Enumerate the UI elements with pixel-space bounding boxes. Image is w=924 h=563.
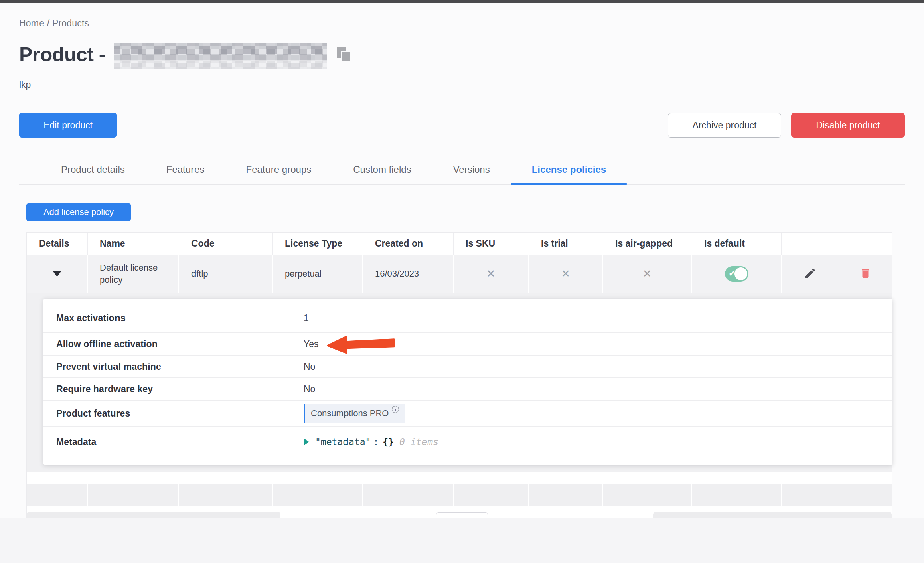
header-name: Name (88, 233, 179, 255)
json-colon: : (373, 437, 379, 447)
breadcrumb-home[interactable]: Home (19, 18, 44, 28)
disable-product-button[interactable]: Disable product (791, 113, 905, 138)
breadcrumb: Home / Products (19, 18, 905, 29)
expanded-row-region: Max activations 1 Allow offline activati… (27, 293, 892, 472)
detail-label: Metadata (56, 437, 304, 448)
breadcrumb-separator: / (47, 18, 52, 28)
created-on-cell: 16/03/2023 (363, 255, 454, 293)
header-is-default: Is default (692, 233, 782, 255)
feature-chip-label: Consumptions PRO (311, 408, 389, 419)
trash-icon (859, 267, 871, 280)
json-item-count: 0 items (399, 437, 438, 447)
tab-product-details[interactable]: Product details (40, 158, 146, 184)
header-details: Details (27, 233, 88, 255)
feature-chip: Consumptions PRO i (304, 404, 405, 423)
delete-cell (839, 255, 892, 293)
edit-policy-button[interactable] (804, 267, 817, 281)
name-cell: Default license policy (88, 255, 179, 293)
table-row: Default license policy dftlp perpetual 1… (27, 255, 892, 293)
edit-cell (782, 255, 839, 293)
title-row: Product - (19, 40, 905, 69)
page-title: Product - (19, 43, 105, 66)
policy-details-panel: Max activations 1 Allow offline activati… (43, 299, 892, 465)
collapse-row-icon[interactable] (53, 271, 61, 277)
detail-value: No (304, 361, 315, 372)
cross-icon: ✕ (643, 267, 652, 280)
is-trial-cell: ✕ (529, 255, 603, 293)
breadcrumb-products[interactable]: Products (52, 18, 89, 28)
is-sku-cell: ✕ (454, 255, 529, 293)
detail-label: Allow offline activation (56, 339, 304, 350)
license-type-cell: perpetual (273, 255, 363, 293)
edit-product-button[interactable]: Edit product (19, 113, 117, 138)
detail-value: No (304, 384, 315, 395)
detail-label: Max activations (56, 313, 304, 324)
tab-feature-groups[interactable]: Feature groups (225, 158, 332, 184)
code-cell: dftlp (179, 255, 273, 293)
header-code: Code (179, 233, 273, 255)
archive-product-button[interactable]: Archive product (668, 113, 781, 138)
detail-value: 1 (304, 313, 309, 324)
metadata-json-viewer: "metadata" : {} 0 items (304, 437, 438, 447)
header-is-trial: Is trial (529, 233, 603, 255)
license-policies-table: Details Name Code License Type Created o… (26, 232, 892, 540)
detail-row-metadata: Metadata "metadata" : {} 0 items (43, 426, 892, 457)
page-bottom-background (0, 518, 924, 563)
redacted-product-name (114, 43, 327, 69)
add-license-policy-button[interactable]: Add license policy (26, 203, 131, 221)
window-top-edge (0, 0, 924, 3)
tab-custom-fields[interactable]: Custom fields (332, 158, 432, 184)
tab-features[interactable]: Features (146, 158, 225, 184)
detail-value: Yes (304, 339, 319, 350)
is-air-gapped-cell: ✕ (603, 255, 692, 293)
cross-icon: ✕ (561, 267, 570, 280)
tab-license-policies[interactable]: License policies (511, 158, 627, 184)
table-header-row: Details Name Code License Type Created o… (27, 233, 892, 255)
details-cell (27, 255, 88, 293)
cross-icon: ✕ (486, 267, 496, 280)
tab-versions[interactable]: Versions (432, 158, 511, 184)
detail-row-product-features: Product features Consumptions PRO i (43, 400, 892, 426)
detail-label: Prevent virtual machine (56, 361, 304, 372)
detail-row-max-activations: Max activations 1 (43, 304, 892, 332)
detail-label: Require hardware key (56, 384, 304, 395)
header-license-type: License Type (273, 233, 363, 255)
action-buttons-row: Edit product Archive product Disable pro… (19, 113, 905, 138)
header-edit-column (782, 233, 839, 255)
json-expand-icon[interactable] (304, 438, 309, 446)
info-icon[interactable]: i (392, 406, 399, 413)
header-delete-column (839, 233, 892, 255)
copy-icon[interactable] (337, 47, 352, 63)
is-default-cell: ✓ (692, 255, 782, 293)
product-tabs: Product details Features Feature groups … (19, 158, 905, 185)
product-code-subtitle: lkp (19, 79, 905, 90)
detail-row-allow-offline-activation: Allow offline activation Yes (43, 332, 892, 355)
delete-policy-button[interactable] (859, 267, 871, 281)
header-is-sku: Is SKU (454, 233, 529, 255)
detail-row-require-hardware-key: Require hardware key No (43, 377, 892, 400)
json-braces: {} (383, 437, 394, 447)
pencil-icon (804, 267, 817, 280)
empty-table-row (27, 484, 892, 506)
product-page: Home / Products Product - lkp Edit produ… (0, 3, 924, 540)
json-key[interactable]: "metadata" (315, 437, 371, 447)
detail-label: Product features (56, 408, 304, 419)
header-created-on: Created on (363, 233, 454, 255)
is-default-toggle[interactable]: ✓ (725, 266, 748, 282)
header-is-air-gapped: Is air-gapped (603, 233, 692, 255)
annotation-arrow-icon (326, 334, 396, 355)
detail-row-prevent-virtual-machine: Prevent virtual machine No (43, 355, 892, 377)
